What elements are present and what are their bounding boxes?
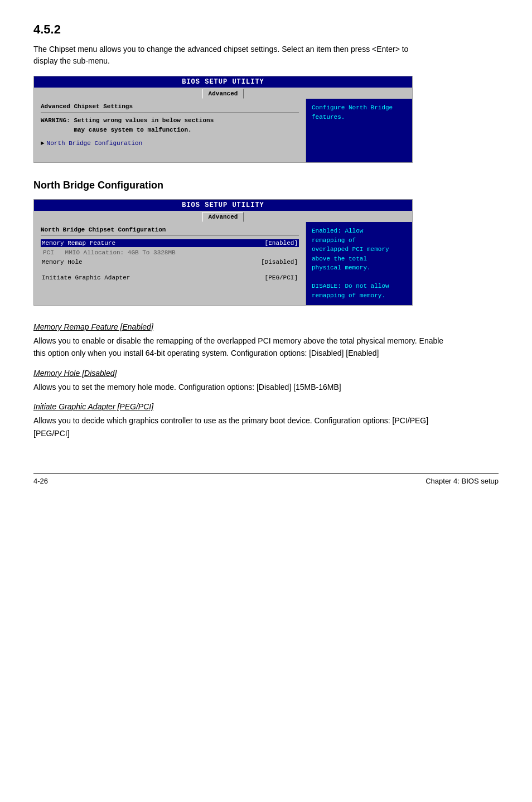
feature-heading-memory-hole: Memory Hole [Disabled]	[33, 369, 499, 378]
north-bridge-label: North Bridge Configuration	[47, 140, 143, 147]
memory-remap-sub: PCI MMIO Allocation: 4GB To 3328MB	[41, 249, 299, 256]
feature-desc-graphic-adapter: Allows you to decide which graphics cont…	[33, 414, 457, 439]
nb-right-text: Enabled: Allow remapping of overlapped P…	[312, 228, 389, 299]
footer-chapter: Chapter 4: BIOS setup	[425, 477, 499, 485]
chipset-left-title: Advanced Chipset Settings	[41, 103, 299, 113]
nb-left-title: North Bridge Chipset Configuration	[41, 226, 299, 236]
memory-hole-name: Memory Hole	[42, 259, 83, 265]
feature-desc-memory-remap: Allows you to enable or disable the rema…	[33, 335, 457, 360]
nb-bios-box: BIOS SETUP UTILITY Advanced North Bridge…	[33, 199, 413, 306]
bios-header-nb: BIOS SETUP UTILITY	[34, 200, 412, 211]
bios-left-nb: North Bridge Chipset Configuration Memor…	[34, 222, 306, 305]
tab-advanced-chipset[interactable]: Advanced	[202, 89, 244, 99]
north-bridge-menu-item[interactable]: ► North Bridge Configuration	[41, 140, 299, 147]
memory-hole-row[interactable]: Memory Hole [Disabled]	[41, 258, 299, 266]
bios-right-nb: Enabled: Allow remapping of overlapped P…	[306, 222, 412, 305]
bios-content-chipset: Advanced Chipset Settings WARNING: Setti…	[34, 99, 412, 162]
bios-header-chipset: BIOS SETUP UTILITY	[34, 76, 412, 88]
bios-tab-row-nb: Advanced	[34, 211, 412, 222]
page-footer: 4-26 Chapter 4: BIOS setup	[33, 473, 499, 485]
bios-tab-row-chipset: Advanced	[34, 88, 412, 99]
nb-section-title: North Bridge Configuration	[33, 180, 499, 191]
memory-remap-value: [Enabled]	[265, 240, 298, 247]
feature-heading-memory-remap: Memory Remap Feature [Enabled]	[33, 322, 499, 331]
section-desc: The Chipset menu allows you to change th…	[33, 44, 424, 67]
bios-content-nb: North Bridge Chipset Configuration Memor…	[34, 222, 412, 305]
feature-heading-graphic-adapter: Initiate Graphic Adapter [PEG/PCI]	[33, 402, 499, 411]
bios-left-chipset: Advanced Chipset Settings WARNING: Setti…	[34, 99, 306, 162]
graphic-adapter-name: Initiate Graphic Adapter	[42, 274, 130, 281]
chipset-right-text: Configure North Bridgefeatures.	[312, 104, 393, 120]
memory-remap-name: Memory Remap Feature	[42, 240, 115, 247]
footer-page-number: 4-26	[33, 477, 48, 485]
graphic-adapter-value: [PEG/PCI]	[265, 274, 298, 281]
memory-remap-row[interactable]: Memory Remap Feature [Enabled]	[41, 239, 299, 247]
section-title: 4.5.2	[33, 22, 499, 37]
chipset-bios-box: BIOS SETUP UTILITY Advanced Advanced Chi…	[33, 76, 413, 163]
graphic-adapter-row[interactable]: Initiate Graphic Adapter [PEG/PCI]	[41, 274, 299, 282]
arrow-icon: ►	[41, 140, 45, 147]
bios-right-chipset: Configure North Bridgefeatures.	[306, 99, 412, 162]
tab-advanced-nb[interactable]: Advanced	[202, 212, 244, 222]
chipset-warning: WARNING: Setting wrong values in below s…	[41, 116, 299, 134]
memory-hole-value: [Disabled]	[261, 259, 298, 265]
feature-desc-memory-hole: Allows you to set the memory hole mode. …	[33, 381, 457, 393]
